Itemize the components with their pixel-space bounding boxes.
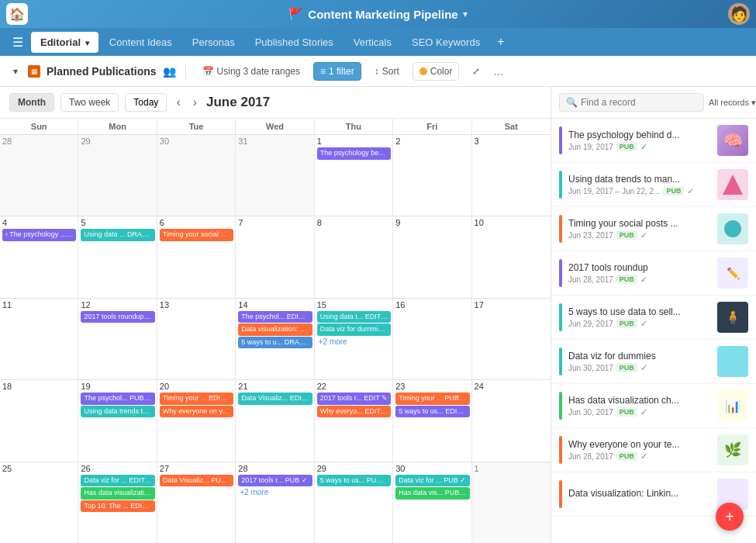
cal-day: 15 Using data t... EDIT ▶ Data viz for d… — [315, 299, 393, 379]
nav-add-tab[interactable]: + — [491, 32, 510, 52]
cal-day: 28 2017 tools r... PUB ✓ +2 more — [236, 462, 314, 543]
people-icon[interactable]: 👥 — [163, 65, 176, 78]
right-sidebar: 🔍 All records ▾ × The psychology behind … — [551, 87, 756, 543]
nav-tab-personas[interactable]: Personas — [183, 32, 244, 53]
cal-event[interactable]: 2017 tools r... EDIT ✎ — [317, 393, 391, 405]
cal-day: 25 — [0, 462, 78, 543]
more-options-btn[interactable]: ... — [493, 64, 503, 78]
app-logo[interactable]: 🏠 — [6, 3, 28, 25]
list-item[interactable]: Why everyone on your te... Jun 28, 2017 … — [551, 428, 756, 472]
cal-event[interactable]: Top 10: The ... EDIT ▶ — [81, 500, 154, 513]
record-color-bar — [559, 171, 562, 199]
status-badge: PUB — [616, 230, 637, 240]
cal-event[interactable]: Has data visualization changed the busin… — [81, 487, 154, 500]
check-icon: ✓ — [640, 142, 647, 152]
cal-day: 13 — [157, 299, 236, 379]
sort-btn[interactable]: ↕ Sort — [368, 62, 406, 81]
record-color-bar — [559, 126, 562, 154]
date-ranges-btn[interactable]: 📅 Using 3 date ranges — [195, 62, 307, 81]
cal-event[interactable]: ‹ The psychology ... DRAFT ↔ — [2, 229, 76, 241]
record-meta: Jun 19, 2017 – Jun 22, 2... PUB ✓ — [568, 186, 711, 196]
cal-event[interactable]: 5 ways to us... EDIT ▶ — [395, 406, 469, 418]
list-item[interactable]: Using data trends to man... Jun 19, 2017… — [551, 163, 756, 207]
cal-event[interactable]: Data visualization: Linking left brain &… — [238, 323, 312, 336]
records-dropdown[interactable]: All records ▾ — [709, 98, 756, 108]
nav-tab-seo-keywords[interactable]: SEO Keywords — [402, 32, 489, 53]
cal-week-3: 11 12 2017 tools roundup DRAFT 🎠 13 14 T… — [0, 299, 551, 380]
cal-day: 8 — [315, 216, 393, 297]
calendar-icon: 📅 — [202, 66, 214, 77]
cal-event[interactable]: Using data trends to manage your merchan… — [81, 406, 154, 418]
list-item[interactable]: Data viz for dummies Jun 30, 2017 PUB ✓ — [551, 340, 756, 384]
record-thumbnail — [717, 346, 748, 377]
title-dropdown-icon[interactable]: ▾ — [463, 9, 468, 19]
cal-day: 23 Timing your ... PUB ✓ 5 ways to us...… — [393, 380, 471, 461]
cal-event[interactable]: Why everyo... EDIT ✎ — [317, 406, 391, 418]
nav-tab-editorial[interactable]: Editorial ▾ — [31, 32, 98, 53]
cal-event[interactable]: Using data ... DRAFT... — [81, 229, 154, 241]
month-view-btn[interactable]: Month — [9, 93, 54, 112]
cal-event[interactable]: Data Visualiz... EDIT ✎ — [238, 393, 312, 405]
expand-btn[interactable]: ⤢ — [465, 62, 487, 81]
cal-day: 2 — [393, 135, 471, 216]
cal-day: 18 — [0, 380, 78, 461]
nav-tab-verticals[interactable]: Verticals — [344, 32, 401, 53]
record-info: Data viz for dummies Jun 30, 2017 PUB ✓ — [568, 351, 711, 373]
record-title: Data visualization: Linkin... — [568, 488, 711, 499]
next-month-btn[interactable]: › — [190, 94, 200, 111]
color-btn[interactable]: Color — [413, 62, 460, 81]
list-item[interactable]: 5 ways to use data to sell... Jun 29, 20… — [551, 296, 756, 340]
record-thumbnail — [717, 213, 748, 244]
filter-btn[interactable]: ≡ 1 filter — [313, 62, 361, 81]
cal-event[interactable]: Using data t... EDIT ▶ — [317, 311, 391, 323]
two-week-view-btn[interactable]: Two week — [60, 93, 119, 112]
cal-event[interactable]: 5 ways to us... PUB ✓ — [317, 475, 391, 487]
more-events-btn-2[interactable]: +2 more — [238, 487, 312, 497]
list-item[interactable]: Timing your social posts ... Jun 23, 201… — [551, 207, 756, 251]
cal-day: 21 Data Visualiz... EDIT ✎ — [236, 380, 314, 461]
list-item[interactable]: 2017 tools roundup Jun 28, 2017 PUB ✓ ✏️ — [551, 251, 756, 296]
cal-event[interactable]: Timing your social posts for success DRA… — [160, 229, 233, 241]
more-events-btn[interactable]: +2 more — [317, 337, 391, 347]
cal-event[interactable]: The psychology behind data viz DRAFT 🎠 — [317, 147, 391, 160]
search-input[interactable] — [581, 97, 697, 108]
prev-month-btn[interactable]: ‹ — [173, 94, 183, 111]
cal-event[interactable]: 2017 tools r... PUB ✓ — [238, 475, 312, 487]
sidebar-toggle[interactable]: ▾ — [9, 62, 22, 81]
cal-event[interactable]: Has data vis... PUB ✓ — [395, 487, 469, 500]
day-header-mon: Mon — [78, 119, 157, 134]
nav-tab-content-ideas[interactable]: Content Ideas — [100, 32, 181, 53]
nav-tab-published-stories[interactable]: Published Stories — [246, 32, 343, 53]
record-title: 5 ways to use data to sell... — [568, 306, 711, 317]
search-input-wrap[interactable]: 🔍 — [559, 93, 704, 112]
cal-week-1: 28 29 30 31 1 The psychology behind data… — [0, 135, 551, 216]
cal-event[interactable]: Timing your ... PUB ✓ — [395, 393, 469, 405]
toolbar-title: Planned Publications — [47, 65, 157, 78]
cal-event[interactable]: The psychol... EDIT 🔵 — [238, 311, 312, 323]
cal-day: 1 — [472, 462, 551, 543]
hamburger-menu[interactable]: ☰ — [6, 32, 29, 53]
cal-event[interactable]: Data viz for ... EDIT ▶ — [81, 475, 154, 487]
app-title: Content Marketing Pipeline — [308, 8, 457, 21]
today-btn[interactable]: Today — [125, 93, 167, 112]
check-icon: ✓ — [640, 230, 647, 240]
add-record-btn[interactable]: + — [716, 503, 744, 531]
check-icon: ✓ — [640, 363, 647, 373]
user-avatar[interactable]: 🧑 — [728, 3, 750, 25]
cal-event[interactable]: 5 ways to u... DRAFT... — [238, 337, 312, 349]
record-title: Data viz for dummies — [568, 351, 711, 361]
chevron-down-icon: ▾ — [13, 66, 18, 77]
cal-event[interactable]: Why everyone on your team need... DRAFT … — [160, 406, 233, 418]
list-item[interactable]: Has data visualization ch... Jun 30, 201… — [551, 384, 756, 428]
cal-event[interactable]: Data viz for ... PUB ✓ — [395, 475, 469, 487]
cal-day: 31 — [236, 135, 314, 216]
cal-event[interactable]: Timing your ... EDIT ✎ — [160, 393, 233, 405]
cal-day: 29 — [78, 135, 157, 216]
cal-event[interactable]: The psychol... PUB ✓ — [81, 393, 154, 405]
cal-event[interactable]: Data viz for dummies DRAFT 🎠 — [317, 323, 391, 336]
cal-event[interactable]: 2017 tools roundup DRAFT 🎠 — [81, 311, 154, 323]
list-item[interactable]: The psychology behind d... Jun 19, 2017 … — [551, 119, 756, 163]
cal-event[interactable]: Data Visualiz... PUB ✓ — [160, 475, 233, 487]
sidebar-records-list: The psychology behind d... Jun 19, 2017 … — [551, 119, 756, 517]
color-dot-icon — [419, 67, 427, 75]
